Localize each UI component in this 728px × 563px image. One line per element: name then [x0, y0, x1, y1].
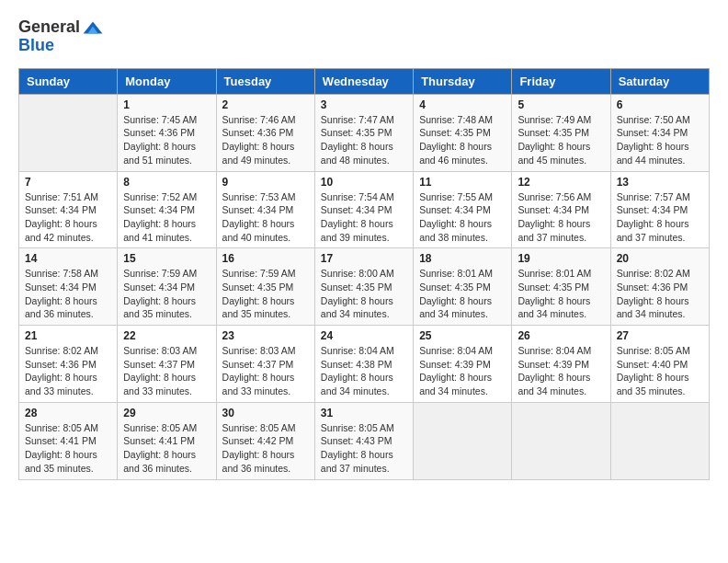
day-info: Sunrise: 8:00 AMSunset: 4:35 PMDaylight:… — [321, 267, 407, 321]
calendar-week-3: 14 Sunrise: 7:58 AMSunset: 4:34 PMDaylig… — [19, 248, 710, 326]
calendar-cell: 19 Sunrise: 8:01 AMSunset: 4:35 PMDaylig… — [512, 248, 610, 326]
day-info: Sunrise: 8:02 AMSunset: 4:36 PMDaylight:… — [25, 344, 111, 398]
day-number: 17 — [321, 252, 407, 265]
calendar-cell: 26 Sunrise: 8:04 AMSunset: 4:39 PMDaylig… — [512, 326, 610, 403]
day-info: Sunrise: 8:04 AMSunset: 4:39 PMDaylight:… — [419, 344, 506, 398]
day-info: Sunrise: 8:05 AMSunset: 4:41 PMDaylight:… — [25, 421, 111, 476]
day-number: 3 — [321, 98, 407, 111]
day-info: Sunrise: 7:59 AMSunset: 4:35 PMDaylight:… — [222, 267, 309, 321]
header-wednesday: Wednesday — [314, 68, 413, 94]
day-number: 4 — [419, 98, 506, 111]
day-number: 23 — [222, 329, 309, 342]
header-tuesday: Tuesday — [216, 68, 314, 94]
day-info: Sunrise: 8:05 AMSunset: 4:40 PMDaylight:… — [617, 344, 703, 398]
calendar-cell: 5 Sunrise: 7:49 AMSunset: 4:35 PMDayligh… — [512, 94, 610, 171]
calendar-week-4: 21 Sunrise: 8:02 AMSunset: 4:36 PMDaylig… — [19, 326, 710, 403]
calendar-table: SundayMondayTuesdayWednesdayThursdayFrid… — [18, 68, 710, 480]
day-info: Sunrise: 8:04 AMSunset: 4:38 PMDaylight:… — [321, 344, 407, 398]
day-info: Sunrise: 8:04 AMSunset: 4:39 PMDaylight:… — [518, 344, 604, 398]
day-info: Sunrise: 8:02 AMSunset: 4:36 PMDaylight:… — [617, 267, 703, 321]
day-number: 28 — [25, 407, 111, 419]
day-info: Sunrise: 8:05 AMSunset: 4:43 PMDaylight:… — [321, 421, 407, 476]
calendar-cell: 17 Sunrise: 8:00 AMSunset: 4:35 PMDaylig… — [314, 248, 413, 326]
day-number: 30 — [222, 407, 309, 419]
logo: General Blue — [18, 18, 104, 55]
logo-general: General — [18, 18, 80, 37]
header-thursday: Thursday — [414, 68, 512, 94]
header-monday: Monday — [118, 68, 216, 94]
day-number: 12 — [518, 176, 604, 189]
calendar-cell: 10 Sunrise: 7:54 AMSunset: 4:34 PMDaylig… — [314, 171, 413, 248]
calendar-cell: 9 Sunrise: 7:53 AMSunset: 4:34 PMDayligh… — [216, 171, 314, 248]
calendar-cell: 27 Sunrise: 8:05 AMSunset: 4:40 PMDaylig… — [610, 326, 709, 403]
day-info: Sunrise: 7:46 AMSunset: 4:36 PMDaylight:… — [222, 113, 309, 167]
calendar-cell: 23 Sunrise: 8:03 AMSunset: 4:37 PMDaylig… — [216, 326, 314, 403]
calendar-week-5: 28 Sunrise: 8:05 AMSunset: 4:41 PMDaylig… — [19, 402, 710, 479]
calendar-cell — [414, 402, 512, 479]
day-number: 7 — [25, 176, 111, 189]
logo-blue: Blue — [18, 36, 54, 54]
calendar-cell: 6 Sunrise: 7:50 AMSunset: 4:34 PMDayligh… — [610, 94, 709, 171]
calendar-week-2: 7 Sunrise: 7:51 AMSunset: 4:34 PMDayligh… — [19, 171, 710, 248]
day-number: 31 — [321, 407, 407, 419]
calendar-cell: 14 Sunrise: 7:58 AMSunset: 4:34 PMDaylig… — [19, 248, 118, 326]
calendar-cell: 25 Sunrise: 8:04 AMSunset: 4:39 PMDaylig… — [414, 326, 512, 403]
calendar-cell: 28 Sunrise: 8:05 AMSunset: 4:41 PMDaylig… — [19, 402, 118, 479]
day-number: 15 — [123, 252, 210, 265]
day-number: 21 — [25, 329, 111, 342]
calendar-cell: 30 Sunrise: 8:05 AMSunset: 4:42 PMDaylig… — [216, 402, 314, 479]
day-info: Sunrise: 8:01 AMSunset: 4:35 PMDaylight:… — [419, 267, 506, 321]
calendar-cell: 24 Sunrise: 8:04 AMSunset: 4:38 PMDaylig… — [314, 326, 413, 403]
calendar-cell: 13 Sunrise: 7:57 AMSunset: 4:34 PMDaylig… — [610, 171, 709, 248]
calendar-cell: 29 Sunrise: 8:05 AMSunset: 4:41 PMDaylig… — [118, 402, 216, 479]
day-info: Sunrise: 7:51 AMSunset: 4:34 PMDaylight:… — [25, 190, 111, 245]
day-info: Sunrise: 8:03 AMSunset: 4:37 PMDaylight:… — [123, 344, 210, 398]
day-number: 19 — [518, 252, 604, 265]
day-number: 5 — [518, 98, 604, 111]
header-saturday: Saturday — [610, 68, 709, 94]
day-info: Sunrise: 7:58 AMSunset: 4:34 PMDaylight:… — [25, 267, 111, 321]
day-number: 14 — [25, 252, 111, 265]
day-number: 29 — [123, 407, 210, 419]
calendar-cell: 20 Sunrise: 8:02 AMSunset: 4:36 PMDaylig… — [610, 248, 709, 326]
calendar-cell: 16 Sunrise: 7:59 AMSunset: 4:35 PMDaylig… — [216, 248, 314, 326]
day-info: Sunrise: 7:57 AMSunset: 4:34 PMDaylight:… — [617, 190, 703, 245]
calendar-cell: 21 Sunrise: 8:02 AMSunset: 4:36 PMDaylig… — [19, 326, 118, 403]
day-info: Sunrise: 8:01 AMSunset: 4:35 PMDaylight:… — [518, 267, 604, 321]
calendar-cell — [512, 402, 610, 479]
day-info: Sunrise: 7:50 AMSunset: 4:34 PMDaylight:… — [617, 113, 703, 167]
day-number: 24 — [321, 329, 407, 342]
header-sunday: Sunday — [19, 68, 118, 94]
day-number: 1 — [123, 98, 210, 111]
calendar-cell: 15 Sunrise: 7:59 AMSunset: 4:34 PMDaylig… — [118, 248, 216, 326]
day-number: 11 — [419, 176, 506, 189]
calendar-cell: 22 Sunrise: 8:03 AMSunset: 4:37 PMDaylig… — [118, 326, 216, 403]
day-info: Sunrise: 7:59 AMSunset: 4:34 PMDaylight:… — [123, 267, 210, 321]
calendar-cell: 8 Sunrise: 7:52 AMSunset: 4:34 PMDayligh… — [118, 171, 216, 248]
calendar-cell: 4 Sunrise: 7:48 AMSunset: 4:35 PMDayligh… — [414, 94, 512, 171]
calendar-cell: 18 Sunrise: 8:01 AMSunset: 4:35 PMDaylig… — [414, 248, 512, 326]
day-number: 18 — [419, 252, 506, 265]
header-friday: Friday — [512, 68, 610, 94]
calendar-body: 1 Sunrise: 7:45 AMSunset: 4:36 PMDayligh… — [19, 94, 710, 479]
calendar-cell — [610, 402, 709, 479]
day-number: 8 — [123, 176, 210, 189]
day-info: Sunrise: 7:54 AMSunset: 4:34 PMDaylight:… — [321, 190, 407, 245]
calendar-cell: 1 Sunrise: 7:45 AMSunset: 4:36 PMDayligh… — [118, 94, 216, 171]
calendar-cell: 2 Sunrise: 7:46 AMSunset: 4:36 PMDayligh… — [216, 94, 314, 171]
calendar-cell: 12 Sunrise: 7:56 AMSunset: 4:34 PMDaylig… — [512, 171, 610, 248]
day-number: 6 — [617, 98, 703, 111]
day-info: Sunrise: 7:55 AMSunset: 4:34 PMDaylight:… — [419, 190, 506, 245]
day-info: Sunrise: 8:05 AMSunset: 4:42 PMDaylight:… — [222, 421, 309, 476]
day-info: Sunrise: 7:53 AMSunset: 4:34 PMDaylight:… — [222, 190, 309, 245]
day-number: 27 — [617, 329, 703, 342]
day-number: 13 — [617, 176, 703, 189]
day-info: Sunrise: 7:45 AMSunset: 4:36 PMDaylight:… — [123, 113, 210, 167]
day-info: Sunrise: 8:05 AMSunset: 4:41 PMDaylight:… — [123, 421, 210, 476]
calendar-cell: 31 Sunrise: 8:05 AMSunset: 4:43 PMDaylig… — [314, 402, 413, 479]
day-info: Sunrise: 7:56 AMSunset: 4:34 PMDaylight:… — [518, 190, 604, 245]
day-info: Sunrise: 7:49 AMSunset: 4:35 PMDaylight:… — [518, 113, 604, 167]
calendar-cell — [19, 94, 118, 171]
calendar-cell: 7 Sunrise: 7:51 AMSunset: 4:34 PMDayligh… — [19, 171, 118, 248]
day-info: Sunrise: 7:48 AMSunset: 4:35 PMDaylight:… — [419, 113, 506, 167]
